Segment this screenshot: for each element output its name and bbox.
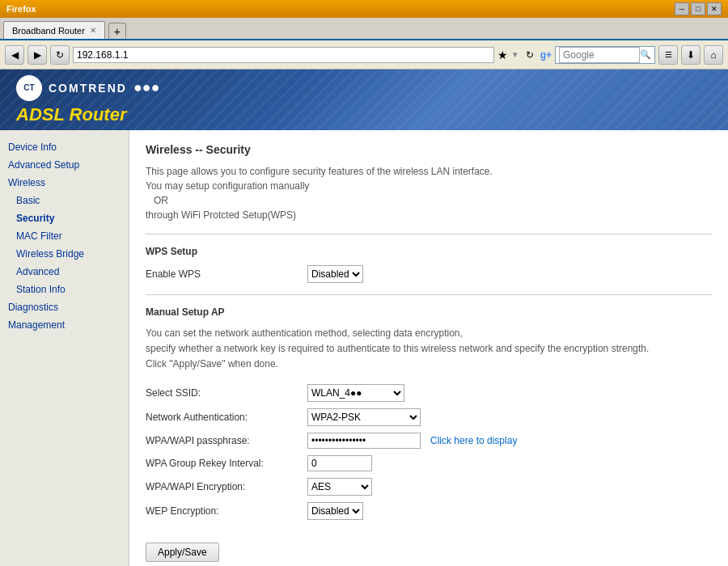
divider-2 bbox=[146, 294, 712, 295]
content-area: Wireless -- Security This page allows yo… bbox=[129, 130, 728, 566]
minimize-button[interactable]: ─ bbox=[675, 2, 689, 15]
ssid-control[interactable]: WLAN_4●● bbox=[307, 384, 404, 402]
forward-button[interactable]: ▶ bbox=[28, 45, 47, 65]
divider-1 bbox=[146, 234, 712, 234]
bookmark-icon[interactable]: ★ bbox=[497, 49, 508, 61]
tab-close-icon[interactable]: ✕ bbox=[90, 26, 96, 35]
desc-line2: You may setup configuration manually bbox=[146, 180, 309, 192]
wps-enable-row: Enable WPS Disabled Enabled bbox=[146, 265, 712, 283]
wps-enable-label: Enable WPS bbox=[146, 268, 307, 280]
auth-control[interactable]: WPA2-PSK WPA-PSK WPA2 WPA None bbox=[307, 408, 421, 426]
sidebar: Device Info Advanced Setup Wireless Basi… bbox=[0, 130, 129, 566]
auth-select[interactable]: WPA2-PSK WPA-PSK WPA2 WPA None bbox=[307, 408, 421, 426]
refresh-button[interactable]: ↻ bbox=[50, 45, 70, 65]
ssid-label: Select SSID: bbox=[146, 387, 307, 399]
sidebar-item-mac-filter[interactable]: MAC Filter bbox=[0, 227, 129, 245]
rekey-input[interactable] bbox=[307, 455, 372, 471]
wps-enable-select[interactable]: Disabled Enabled bbox=[307, 265, 363, 283]
search-icon[interactable]: 🔍 bbox=[640, 49, 651, 60]
sidebar-item-security[interactable]: Security bbox=[0, 209, 129, 227]
address-input[interactable] bbox=[73, 47, 494, 63]
header-banner: CT COMTREND ●●● ADSL Router bbox=[0, 70, 728, 130]
passphrase-input[interactable] bbox=[307, 433, 421, 449]
click-display-link[interactable]: Click here to display bbox=[430, 435, 517, 446]
search-box[interactable]: 🔍 bbox=[555, 46, 655, 64]
close-button[interactable]: ✕ bbox=[707, 2, 722, 15]
manual-description: You can set the network authentication m… bbox=[146, 326, 712, 373]
manual-desc-line3: Click "Apply/Save" when done. bbox=[146, 358, 278, 370]
tab-bar: Broadband Router ✕ + bbox=[0, 18, 728, 40]
encryption-row: WPA/WAPI Encryption: AES TKIP TKIP+AES bbox=[146, 478, 712, 496]
wep-select[interactable]: Disabled Enabled bbox=[307, 502, 363, 520]
refresh-small-icon[interactable]: ↻ bbox=[526, 49, 534, 61]
desc-line1: This page allows you to configure securi… bbox=[146, 166, 493, 177]
sidebar-item-basic[interactable]: Basic bbox=[0, 192, 129, 209]
sidebar-item-station-info[interactable]: Station Info bbox=[0, 281, 129, 298]
ssid-select[interactable]: WLAN_4●● bbox=[307, 384, 404, 402]
sidebar-item-device-info[interactable]: Device Info bbox=[0, 138, 129, 156]
page-title: Wireless -- Security bbox=[146, 143, 712, 156]
sidebar-item-wireless[interactable]: Wireless bbox=[0, 174, 129, 192]
window-controls[interactable]: ─ □ ✕ bbox=[675, 2, 722, 15]
new-tab-button[interactable]: + bbox=[108, 23, 126, 39]
main-container: Device Info Advanced Setup Wireless Basi… bbox=[0, 130, 728, 566]
encryption-label: WPA/WAPI Encryption: bbox=[146, 481, 307, 492]
passphrase-label: WPA/WAPI passphrase: bbox=[146, 435, 307, 446]
address-bar: ◀ ▶ ↻ ★ ▼ ↻ g+ 🔍 ☰ ⬇ ⌂ bbox=[0, 40, 728, 70]
auth-row: Network Authentication: WPA2-PSK WPA-PSK… bbox=[146, 408, 712, 426]
rekey-row: WPA Group Rekey Interval: bbox=[146, 455, 712, 471]
sidebar-item-diagnostics[interactable]: Diagnostics bbox=[0, 298, 129, 316]
sidebar-item-management[interactable]: Management bbox=[0, 316, 129, 334]
download-button[interactable]: ⬇ bbox=[681, 45, 700, 65]
manual-desc-line1: You can set the network authentication m… bbox=[146, 327, 463, 339]
encryption-select[interactable]: AES TKIP TKIP+AES bbox=[307, 478, 372, 496]
wps-section-title: WPS Setup bbox=[146, 246, 712, 257]
rekey-label: WPA Group Rekey Interval: bbox=[146, 458, 307, 469]
manual-section-title: Manual Setup AP bbox=[146, 306, 712, 318]
apply-row: Apply/Save bbox=[146, 526, 712, 562]
menu-button[interactable]: ☰ bbox=[658, 45, 678, 65]
search-input[interactable] bbox=[559, 47, 640, 63]
sidebar-item-advanced[interactable]: Advanced bbox=[0, 263, 129, 281]
desc-or: OR bbox=[154, 195, 168, 206]
tab-label: Broadband Router bbox=[12, 26, 85, 36]
titlebar: Firefox ─ □ ✕ bbox=[0, 0, 728, 18]
description: This page allows you to configure securi… bbox=[146, 164, 712, 222]
browser-title: Firefox bbox=[6, 4, 36, 14]
auth-label: Network Authentication: bbox=[146, 412, 307, 423]
banner-decoration bbox=[0, 70, 728, 130]
sidebar-item-wireless-bridge[interactable]: Wireless Bridge bbox=[0, 245, 129, 263]
ssid-row: Select SSID: WLAN_4●● bbox=[146, 384, 712, 402]
apply-save-button[interactable]: Apply/Save bbox=[146, 543, 219, 562]
wep-control[interactable]: Disabled Enabled bbox=[307, 502, 363, 520]
manual-desc-line2: specify whether a network key is require… bbox=[146, 343, 649, 354]
browser-tab[interactable]: Broadband Router ✕ bbox=[3, 21, 105, 39]
desc-line3: through WiFi Protcted Setup(WPS) bbox=[146, 209, 296, 221]
sidebar-item-advanced-setup[interactable]: Advanced Setup bbox=[0, 156, 129, 174]
passphrase-row: WPA/WAPI passphrase: Click here to displ… bbox=[146, 433, 712, 449]
rekey-control[interactable] bbox=[307, 455, 372, 471]
passphrase-control[interactable]: Click here to display bbox=[307, 433, 517, 449]
wep-label: WEP Encryption: bbox=[146, 505, 307, 517]
home-button[interactable]: ⌂ bbox=[704, 45, 723, 65]
star-dropdown-icon[interactable]: ▼ bbox=[511, 50, 519, 59]
back-button[interactable]: ◀ bbox=[5, 45, 24, 65]
wps-enable-control[interactable]: Disabled Enabled bbox=[307, 265, 363, 283]
maximize-button[interactable]: □ bbox=[691, 2, 705, 15]
wep-row: WEP Encryption: Disabled Enabled bbox=[146, 502, 712, 520]
encryption-control[interactable]: AES TKIP TKIP+AES bbox=[307, 478, 372, 496]
google-icon: g+ bbox=[540, 49, 552, 61]
